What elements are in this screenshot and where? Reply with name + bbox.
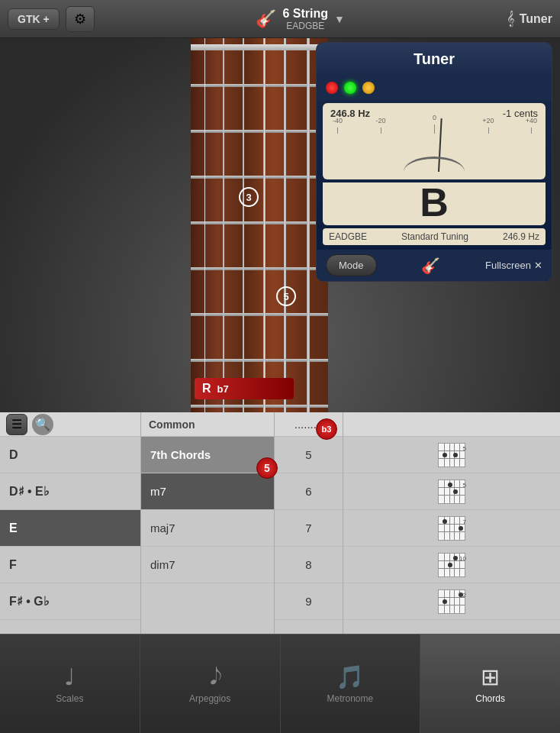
- tuner-tuning-type: Standard Tuning: [401, 231, 468, 242]
- tab-arpeggios[interactable]: 𝅘𝅥𝅮 Arpeggios: [140, 635, 281, 733]
- guitar-icon: 🎸: [256, 9, 276, 29]
- chords-icon: ⊞: [481, 664, 500, 690]
- chord-note-e[interactable]: E: [0, 510, 140, 547]
- chord-note-list: ☰ 🔍 D D♯ • E♭ E F F♯ • G♭: [0, 412, 141, 634]
- r-bar[interactable]: R b7: [195, 378, 294, 399]
- chord-type-maj7[interactable]: maj7: [141, 510, 274, 547]
- fullscreen-close-icon: ✕: [534, 260, 542, 271]
- tuner-note-name: B: [323, 182, 546, 222]
- tuner-title: Tuner: [317, 43, 552, 76]
- chord-fret-9: 9: [275, 583, 343, 620]
- tab-metronome[interactable]: 🎵 Metronome: [281, 635, 421, 733]
- chord-note-fs-gb[interactable]: F♯ • G♭: [0, 583, 140, 620]
- tuner-light-yellow: [362, 82, 375, 94]
- arpeggios-label: Arpeggios: [189, 693, 230, 704]
- chord-note-d[interactable]: D: [0, 437, 140, 473]
- tuner-tuning-label: EADGBE: [329, 231, 367, 242]
- chord-diagram-mini-1: 5: [438, 443, 465, 467]
- metronome-icon: 🎵: [336, 664, 364, 690]
- scale-ticks: -40 -20 0 +20 +40: [327, 118, 542, 134]
- top-bar: GTK + ⚙ 🎸 6 String EADGBE ▼ 𝄞 Tuner: [0, 0, 560, 38]
- fullscreen-button[interactable]: Fullscreen ✕: [485, 260, 542, 271]
- chord-type-list: Common 7th Chords m7 maj7 dim7: [141, 412, 275, 634]
- chord-diagram-mini-3: 7: [438, 516, 465, 541]
- chord-type-dim7[interactable]: dim7: [141, 547, 274, 583]
- tab-chords[interactable]: ⊞ Chords: [420, 635, 560, 733]
- chord-fret-8: 8: [275, 547, 343, 583]
- string-info: 6 String EADGBE: [282, 7, 328, 31]
- tuner-bottom-bar: Mode 🎸 Fullscreen ✕: [317, 250, 552, 281]
- note-marker-3[interactable]: 3: [239, 187, 259, 207]
- tuner-button-label: Tuner: [520, 12, 552, 26]
- tuner-arc: [404, 157, 465, 179]
- chord-fret-6: 6: [275, 473, 343, 510]
- string-name: 6 String: [282, 7, 328, 21]
- chord-fret-numbers: ......... 5 6 7 8 9: [275, 412, 343, 634]
- chord-note-ds-eb[interactable]: D♯ • E♭: [0, 473, 140, 510]
- tuner-note-display: B: [323, 182, 546, 225]
- note-marker-b3[interactable]: b3: [316, 418, 337, 440]
- chord-diagram-2[interactable]: 5: [343, 473, 560, 510]
- nut: [191, 44, 328, 50]
- tuner-lights: [317, 76, 552, 100]
- string-tuning: EADGBE: [282, 21, 328, 31]
- chord-diagram-4[interactable]: 10: [343, 547, 560, 583]
- dropdown-arrow-icon: ▼: [334, 13, 345, 25]
- tuner-note-hz: 246.9 Hz: [503, 231, 539, 242]
- scales-icon: ♩: [64, 664, 75, 690]
- chord-note-f[interactable]: F: [0, 547, 140, 583]
- tuner-toggle[interactable]: 𝄞 Tuner: [507, 11, 552, 27]
- b7-label: b7: [217, 383, 229, 395]
- chord-search-button[interactable]: 🔍: [32, 414, 53, 435]
- mode-button[interactable]: Mode: [326, 254, 377, 276]
- chord-type-7th-header[interactable]: 7th Chords: [141, 437, 274, 473]
- note-marker-5-red[interactable]: 5: [256, 457, 278, 479]
- settings-button[interactable]: ⚙: [66, 6, 95, 32]
- tuner-light-green: [344, 82, 356, 94]
- chord-list-header: ☰ 🔍: [0, 412, 140, 437]
- tuner-meter: 246.8 Hz -1 cents -40 -20 0 +20 +40: [323, 103, 546, 179]
- chord-category-header: Common: [141, 412, 274, 437]
- metronome-label: Metronome: [327, 693, 374, 704]
- chord-diagram-1[interactable]: 5: [343, 437, 560, 473]
- chords-label: Chords: [475, 693, 505, 704]
- chord-diagram-5[interactable]: 12: [343, 583, 560, 620]
- chord-type-m7[interactable]: m7: [141, 473, 274, 510]
- tuner-panel: Tuner 246.8 Hz -1 cents -40 -20 0 +20 +4…: [316, 42, 552, 282]
- chord-fret-5: 5: [275, 437, 343, 473]
- chord-diagram-mini-4: 10: [438, 553, 465, 577]
- fullscreen-label: Fullscreen: [485, 260, 531, 271]
- bottom-tabs: ♩ Scales 𝅘𝅥𝅮 Arpeggios 🎵 Metronome ⊞ Cho…: [0, 634, 560, 733]
- chord-diagram-list: 5 5: [343, 412, 560, 634]
- tuner-fork-icon: 𝄞: [507, 11, 515, 27]
- chord-diagram-mini-5: 12: [438, 589, 465, 614]
- tuner-info-bar: EADGBE Standard Tuning 246.9 Hz: [323, 228, 546, 245]
- top-bar-left: GTK + ⚙: [8, 6, 95, 32]
- chord-panel: ☰ 🔍 D D♯ • E♭ E F F♯ • G♭ Common 7th Cho…: [0, 412, 560, 634]
- chord-diagram-mini-2: 5: [438, 480, 465, 504]
- scales-label: Scales: [56, 693, 83, 704]
- chord-diagram-header: [343, 412, 560, 437]
- chord-list-view-button[interactable]: ☰: [6, 414, 27, 435]
- tuner-pick-icon: 🎸: [421, 257, 440, 275]
- note-marker-5[interactable]: 5: [276, 286, 296, 306]
- tuner-light-red: [326, 82, 338, 94]
- r-label: R: [202, 382, 211, 396]
- string-selector[interactable]: 🎸 6 String EADGBE ▼: [256, 7, 344, 31]
- gtk-button[interactable]: GTK +: [8, 8, 60, 30]
- chord-fret-7: 7: [275, 510, 343, 547]
- tab-scales[interactable]: ♩ Scales: [0, 635, 140, 733]
- chord-diagram-3[interactable]: 7: [343, 510, 560, 547]
